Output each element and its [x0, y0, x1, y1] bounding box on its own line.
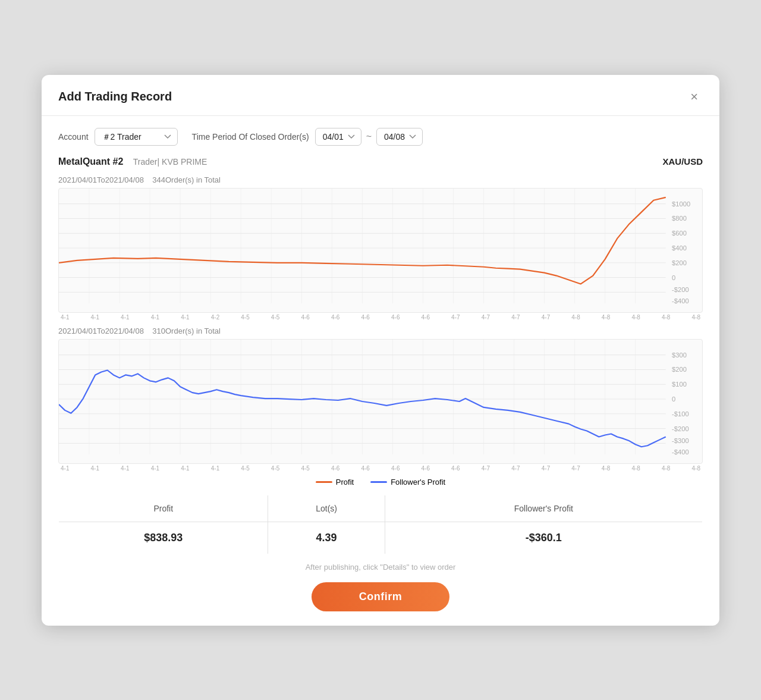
col-profit-header: Profit [59, 495, 268, 522]
date-range: 04/01 ~ 04/08 [315, 128, 423, 146]
svg-text:$200: $200 [672, 259, 687, 266]
svg-text:-$400: -$400 [672, 297, 689, 305]
chart-legend: Profit Follower's Profit [58, 478, 703, 486]
date-to-select[interactable]: 04/08 [376, 128, 423, 146]
svg-text:$200: $200 [672, 366, 687, 373]
svg-text:-$100: -$100 [672, 410, 689, 417]
account-control: Account ＃2 Trader ＃1 Trader ＃3 Trader [58, 128, 178, 146]
stats-table: Profit Lot(s) Follower's Profit $838.93 … [58, 495, 703, 554]
svg-text:$100: $100 [672, 381, 687, 388]
chart1-x-labels: 4-14-14-14-14-1 4-24-54-54-64-6 4-64-64-… [58, 313, 703, 321]
svg-text:0: 0 [672, 274, 675, 281]
account-name: MetalQuant #2 [58, 156, 123, 167]
tilde: ~ [366, 131, 372, 142]
chart1-section: 2021/04/01To2021/04/08 344Order(s) in To… [58, 175, 703, 321]
svg-text:-$400: -$400 [672, 448, 689, 456]
chart2-meta: 2021/04/01To2021/04/08 310Order(s) in To… [58, 327, 703, 335]
svg-text:$600: $600 [672, 230, 687, 237]
legend-profit-line [316, 481, 332, 483]
modal-container: Add Trading Record × Account ＃2 Trader ＃… [42, 75, 719, 626]
col-lots-header: Lot(s) [268, 495, 385, 522]
svg-text:$800: $800 [672, 215, 687, 222]
lots-value: 4.39 [268, 522, 385, 554]
chart1-svg: $1000 $800 $600 $400 $200 0 -$200 -$400 [59, 189, 702, 312]
top-controls: Account ＃2 Trader ＃1 Trader ＃3 Trader Ti… [58, 128, 703, 146]
account-sub: Trader| KVB PRIME [133, 157, 207, 167]
close-button[interactable]: × [685, 88, 703, 106]
modal-header: Add Trading Record × [42, 75, 719, 116]
legend-followers-profit-label: Follower's Profit [391, 478, 445, 486]
chart2-section: 2021/04/01To2021/04/08 310Order(s) in To… [58, 327, 703, 472]
chart2-container: $300 $200 $100 0 -$100 -$200 -$300 -$400 [58, 339, 703, 464]
legend-followers-profit-line [370, 481, 387, 483]
modal-title: Add Trading Record [58, 90, 172, 103]
chart1-container: $1000 $800 $600 $400 $200 0 -$200 -$400 [58, 188, 703, 313]
legend-profit-label: Profit [336, 478, 354, 486]
profit-value: $838.93 [59, 522, 268, 554]
publish-note: After publishing, click "Details" to vie… [58, 563, 703, 572]
svg-text:-$300: -$300 [672, 437, 689, 444]
svg-text:$1000: $1000 [672, 200, 690, 207]
svg-text:0: 0 [672, 395, 675, 403]
svg-text:-$200: -$200 [672, 425, 689, 432]
confirm-button[interactable]: Confirm [312, 582, 450, 611]
chart2-x-labels: 4-14-14-14-14-1 4-14-54-54-54-6 4-64-64-… [58, 464, 703, 472]
modal-body: Account ＃2 Trader ＃1 Trader ＃3 Trader Ti… [42, 116, 719, 626]
time-period-control: Time Period Of Closed Order(s) 04/01 ~ 0… [192, 128, 423, 146]
account-label: Account [58, 132, 89, 142]
col-followers-profit-header: Follower's Profit [385, 495, 702, 522]
chart2-svg: $300 $200 $100 0 -$100 -$200 -$300 -$400 [59, 340, 702, 463]
svg-text:-$200: -$200 [672, 286, 689, 293]
account-info-left: MetalQuant #2 Trader| KVB PRIME [58, 156, 207, 167]
chart1-meta: 2021/04/01To2021/04/08 344Order(s) in To… [58, 175, 703, 184]
legend-followers-profit: Follower's Profit [370, 478, 445, 486]
date-from-select[interactable]: 04/01 [315, 128, 361, 146]
followers-profit-value: -$360.1 [385, 522, 702, 554]
account-select[interactable]: ＃2 Trader ＃1 Trader ＃3 Trader [95, 128, 178, 146]
svg-text:$400: $400 [672, 244, 687, 252]
trading-pair: XAU/USD [662, 156, 703, 167]
svg-text:$300: $300 [672, 351, 687, 358]
legend-profit: Profit [316, 478, 354, 486]
account-info: MetalQuant #2 Trader| KVB PRIME XAU/USD [58, 156, 703, 167]
time-period-label: Time Period Of Closed Order(s) [192, 132, 309, 142]
